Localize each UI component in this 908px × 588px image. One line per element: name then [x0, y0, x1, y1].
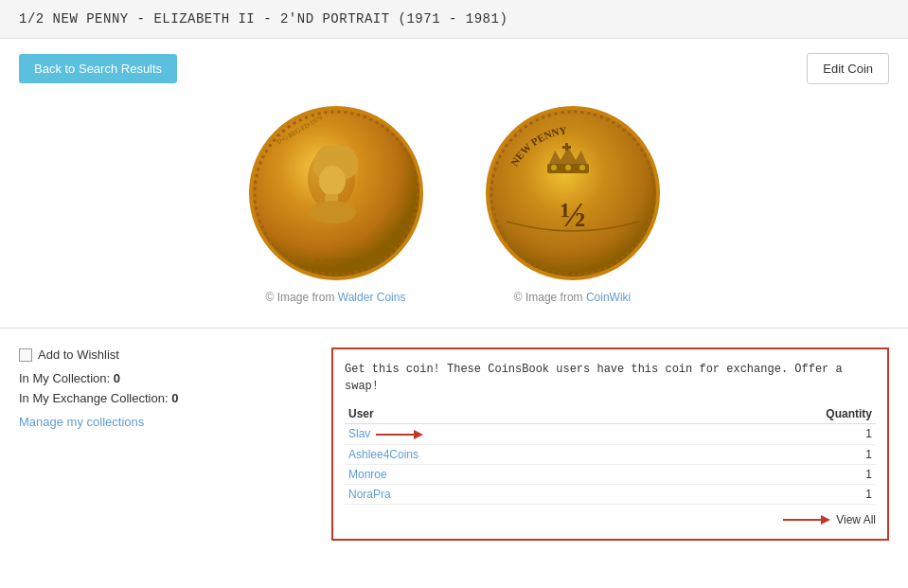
exchange-qty-cell: 1: [667, 464, 876, 484]
coin-content-area: Back to Search Results Edit Coin: [0, 39, 908, 329]
exchange-box: Get this coin! These CoinsBook users hav…: [331, 347, 889, 541]
walder-coins-link[interactable]: Walder Coins: [338, 291, 406, 304]
svg-point-15: [565, 165, 571, 170]
exchange-user-link[interactable]: Monroe: [348, 468, 387, 481]
exchange-table-header: User Quantity: [345, 404, 876, 424]
svg-text:ELIZABETH·II: ELIZABETH·II: [314, 257, 358, 264]
wishlist-label: Add to Wishlist: [38, 347, 119, 362]
coin-title: 1/2 NEW PENNY - ELIZABETH II - 2'ND PORT…: [19, 11, 507, 27]
coin-reverse-prefix: © Image from: [514, 291, 586, 304]
col-user-header: User: [345, 404, 667, 424]
coin-obverse-wrapper: D·G·REG·FD·1979 ELIZABETH·II © Image fro…: [246, 103, 426, 304]
coin-reverse-image: NEW PENNY ½: [483, 103, 663, 283]
svg-rect-13: [562, 146, 571, 149]
svg-text:½: ½: [560, 196, 585, 234]
view-all-arrow-icon: [783, 512, 830, 527]
exchange-collection-label: In My Exchange Collection:: [19, 391, 169, 405]
swap-arrow-icon: [376, 428, 423, 441]
exchange-intro-text: Get this coin! These CoinsBook users hav…: [345, 361, 876, 395]
view-all-link[interactable]: View All: [836, 513, 876, 526]
exchange-table: User Quantity Slav1Ashlee4Coins1Monroe1N…: [345, 404, 876, 505]
view-all-row: View All: [345, 512, 876, 527]
collection-row: In My Collection: 0: [19, 371, 303, 385]
exchange-user-link[interactable]: Slav: [348, 427, 370, 440]
svg-point-14: [551, 165, 557, 170]
svg-marker-21: [821, 515, 830, 525]
manage-collections-link[interactable]: Manage my collections: [19, 415, 303, 429]
exchange-user-link[interactable]: NoraPra: [348, 488, 391, 501]
collection-count: 0: [114, 371, 120, 385]
col-qty-header: Quantity: [667, 404, 876, 424]
back-button[interactable]: Back to Search Results: [19, 54, 177, 83]
exchange-table-row: Monroe1: [345, 464, 876, 484]
coins-container: D·G·REG·FD·1979 ELIZABETH·II © Image fro…: [19, 103, 889, 304]
svg-point-3: [319, 166, 346, 196]
page-title: 1/2 NEW PENNY - ELIZABETH II - 2'ND PORT…: [0, 0, 908, 39]
wishlist-checkbox[interactable]: [19, 348, 32, 362]
exchange-user-cell: NoraPra: [345, 484, 667, 504]
exchange-table-row: Slav1: [345, 424, 876, 445]
coin-obverse-caption: © Image from Walder Coins: [266, 291, 406, 304]
exchange-table-row: NoraPra1: [345, 484, 876, 504]
svg-marker-19: [414, 430, 423, 439]
edit-coin-button[interactable]: Edit Coin: [807, 53, 889, 84]
collection-label: In My Collection:: [19, 371, 110, 385]
action-bar: Back to Search Results Edit Coin: [19, 53, 889, 84]
coinwiki-link[interactable]: CoinWiki: [586, 291, 631, 304]
coin-obverse-image: D·G·REG·FD·1979 ELIZABETH·II: [246, 103, 426, 283]
exchange-qty-cell: 1: [667, 484, 876, 504]
coin-reverse-caption: © Image from CoinWiki: [514, 291, 632, 304]
exchange-user-cell: Ashlee4Coins: [345, 444, 667, 464]
left-panel: Add to Wishlist In My Collection: 0 In M…: [19, 347, 303, 429]
wishlist-row: Add to Wishlist: [19, 347, 303, 362]
exchange-qty-cell: 1: [667, 424, 876, 445]
svg-point-16: [579, 165, 585, 170]
exchange-user-link[interactable]: Ashlee4Coins: [348, 448, 418, 461]
exchange-user-cell: Slav: [345, 424, 667, 445]
coin-obverse-prefix: © Image from: [266, 291, 338, 304]
exchange-collection-count: 0: [171, 391, 178, 405]
exchange-table-row: Ashlee4Coins1: [345, 444, 876, 464]
exchange-qty-cell: 1: [667, 444, 876, 464]
exchange-collection-row: In My Exchange Collection: 0: [19, 391, 303, 405]
coin-reverse-wrapper: NEW PENNY ½: [483, 103, 663, 304]
bottom-section: Add to Wishlist In My Collection: 0 In M…: [0, 329, 908, 560]
exchange-user-cell: Monroe: [345, 464, 667, 484]
svg-point-5: [309, 201, 356, 223]
